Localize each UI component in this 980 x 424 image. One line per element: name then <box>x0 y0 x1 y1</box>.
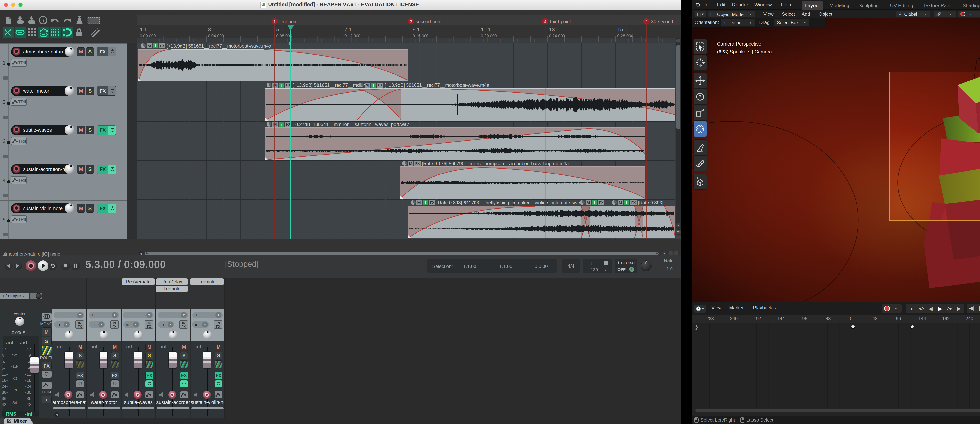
svg-text:[Rate:0.176] 560790__miles_tho: [Rate:0.176] 560790__miles_thompson__acc… <box>422 161 569 166</box>
svg-text:0:04.000: 0:04.000 <box>208 33 224 38</box>
svg-text:15.1: 15.1 <box>617 27 628 32</box>
svg-text:i: i <box>373 83 374 87</box>
svg-text:❯: ❯ <box>695 324 698 330</box>
svg-text:M: M <box>365 83 369 87</box>
svg-text:+: + <box>670 251 672 255</box>
svg-text:48: 48 <box>872 316 878 321</box>
svg-text:-192: -192 <box>752 316 761 321</box>
svg-text:0:28.000: 0:28.000 <box>617 33 633 38</box>
svg-text:M: M <box>273 122 277 127</box>
svg-text:-96: -96 <box>801 316 807 321</box>
svg-text:M: M <box>619 200 622 205</box>
svg-text:FX: FX <box>631 201 636 205</box>
svg-text:third-point: third-point <box>550 19 571 24</box>
svg-text:[Rate:0.393] 641703__theflyfis: [Rate:0.393] 641703__theflyfishingfilmma… <box>436 200 582 205</box>
svg-text:1.1: 1.1 <box>140 27 147 32</box>
svg-text:0:16.000: 0:16.000 <box>412 33 429 38</box>
svg-text:144: 144 <box>918 316 926 321</box>
svg-text:9.1: 9.1 <box>412 27 420 32</box>
svg-text:•: • <box>678 223 679 228</box>
svg-text:TRIM: TRIM <box>18 217 26 222</box>
svg-text:second-point: second-point <box>416 19 443 24</box>
svg-text:0: 0 <box>850 316 853 321</box>
svg-text:240: 240 <box>966 316 973 321</box>
svg-text:0:12.000: 0:12.000 <box>344 33 360 38</box>
svg-text:i: i <box>626 200 627 205</box>
svg-text:3: 3 <box>410 19 412 24</box>
svg-text:FX: FX <box>286 83 290 87</box>
svg-text:TRIM: TRIM <box>18 60 26 65</box>
svg-text:M: M <box>409 161 412 166</box>
svg-text:96: 96 <box>896 316 901 321</box>
svg-text:TRIM: TRIM <box>18 139 26 144</box>
svg-text:13.1: 13.1 <box>549 27 559 32</box>
svg-text:M: M <box>417 200 421 205</box>
svg-text:FX: FX <box>415 162 420 165</box>
svg-text:0:24.000: 0:24.000 <box>549 33 565 38</box>
svg-text:TRIM: TRIM <box>18 178 26 183</box>
svg-text:M: M <box>586 200 590 205</box>
svg-text:FX: FX <box>160 44 164 48</box>
svg-text:3.1: 3.1 <box>208 27 215 32</box>
svg-text:0:20.000: 0:20.000 <box>481 33 497 38</box>
svg-text:0:08.000: 0:08.000 <box>276 33 292 38</box>
svg-text:FX: FX <box>599 201 603 205</box>
svg-text:[+13.9dB] 581651__reci77__moto: [+13.9dB] 581651__reci77__motorboat-wave… <box>167 43 272 49</box>
svg-text:FX: FX <box>378 83 382 87</box>
svg-text:-: - <box>676 251 677 255</box>
svg-text:first-point: first-point <box>279 19 299 24</box>
svg-text:i: i <box>42 18 44 24</box>
svg-text:-240: -240 <box>729 316 738 321</box>
svg-text:-: - <box>678 233 679 239</box>
svg-text:192: 192 <box>942 316 950 321</box>
svg-text:-48: -48 <box>824 316 830 321</box>
svg-text:1: 1 <box>274 19 276 24</box>
svg-text:◀: ◀ <box>140 252 142 255</box>
svg-text:2: 2 <box>645 19 648 24</box>
svg-text:M: M <box>273 83 277 87</box>
svg-text:i: i <box>281 122 282 127</box>
svg-text:4: 4 <box>544 19 546 24</box>
svg-text:FX: FX <box>430 201 434 205</box>
svg-text:[-0.27dB] 130541__mmiron__sant: [-0.27dB] 130541__mmiron__santorini_wave… <box>293 122 409 127</box>
svg-text:30-second: 30-second <box>651 19 673 24</box>
svg-text:i: i <box>425 200 426 205</box>
svg-text:5.1: 5.1 <box>276 27 283 32</box>
svg-text:-144: -144 <box>776 316 785 321</box>
svg-text:TRIM: TRIM <box>18 100 26 105</box>
svg-text:i: i <box>155 44 156 48</box>
svg-text:-288: -288 <box>705 316 714 321</box>
svg-text:+: + <box>677 229 679 234</box>
svg-text:i: i <box>281 83 282 87</box>
svg-text:i: i <box>594 200 595 205</box>
svg-text:M: M <box>147 44 151 48</box>
svg-text:11.1: 11.1 <box>481 27 491 32</box>
svg-text:0:00.000: 0:00.000 <box>140 33 156 38</box>
svg-text:7.1: 7.1 <box>344 27 352 32</box>
svg-text:[+13.9dB] 581651__reci77__moto: [+13.9dB] 581651__reci77__motorboat-wave… <box>385 83 489 88</box>
svg-text:[+13.9dB] 581651__reci77__moto: [+13.9dB] 581651__reci77__motorb <box>293 83 368 88</box>
svg-text:FX: FX <box>286 122 290 126</box>
svg-text:[Rate:0.393]: [Rate:0.393] <box>638 200 663 205</box>
